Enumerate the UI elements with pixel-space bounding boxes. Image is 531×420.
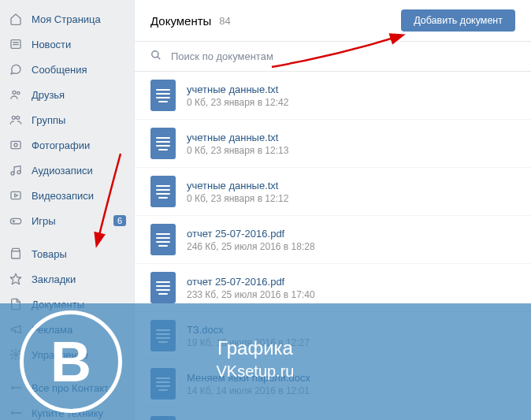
ads-icon — [8, 322, 24, 337]
sidebar-item-label: Закладки — [32, 273, 126, 285]
doc-count: 84 — [219, 15, 230, 27]
sidebar-item-label: Купите технику — [32, 407, 126, 419]
sidebar-item-link[interactable]: Все про Контакт — [0, 375, 134, 400]
market-icon — [8, 246, 24, 262]
sidebar-item-photos[interactable]: Фотографии — [0, 132, 134, 158]
sidebar-item-games[interactable]: Игры6 — [0, 208, 134, 233]
svg-point-8 — [14, 143, 17, 147]
groups-icon — [8, 112, 24, 128]
home-icon — [8, 11, 24, 27]
svg-rect-7 — [11, 141, 20, 148]
search-icon — [150, 50, 162, 63]
sidebar-item-ads[interactable]: Реклама — [0, 317, 134, 342]
sidebar-item-messages[interactable]: Сообщения — [0, 57, 134, 82]
document-name: учетные данные.txt — [187, 180, 515, 191]
svg-point-4 — [17, 91, 20, 94]
document-list: учетные данные.txt0 Кб, 23 января в 12:4… — [135, 72, 531, 420]
sidebar-item-label: Друзья — [32, 89, 126, 101]
document-meta: 0 Кб, 23 января в 12:42 — [187, 97, 515, 108]
sidebar-item-label: Аудиозаписи — [32, 165, 126, 177]
svg-point-9 — [11, 172, 14, 175]
svg-rect-16 — [12, 251, 20, 258]
svg-point-25 — [152, 51, 158, 58]
svg-line-26 — [158, 57, 161, 60]
docs-icon — [8, 296, 24, 312]
svg-point-18 — [14, 353, 17, 356]
document-meta: 19 Кб, 18 июля 2016 в 12:27 — [187, 337, 515, 348]
badge: 6 — [113, 215, 126, 226]
games-icon — [8, 213, 24, 229]
document-icon — [150, 368, 176, 400]
document-meta: 14 Кб, 14 июля 2016 в 12:01 — [187, 385, 515, 396]
document-meta: 246 Кб, 25 июля 2016 в 18:28 — [187, 241, 515, 252]
document-row[interactable]: Меняем явки пароли.docx14 Кб, 14 июля 20… — [135, 360, 531, 408]
svg-point-21 — [12, 412, 14, 414]
manage-icon — [8, 347, 24, 362]
photos-icon — [8, 137, 24, 153]
sidebar-item-audio[interactable]: Аудиозаписи — [0, 158, 134, 183]
document-row[interactable]: отчет 25-07-2016.pdf233 Кб, 25 июля 2016… — [135, 264, 531, 312]
sidebar-item-link[interactable]: Купите технику — [0, 400, 134, 420]
sidebar-item-label: Управление — [32, 349, 126, 361]
sidebar-item-bookmarks[interactable]: Закладки — [0, 266, 134, 292]
svg-rect-11 — [11, 191, 20, 199]
document-row[interactable]: учетные данные.txt0 Кб, 23 января в 12:1… — [135, 120, 531, 168]
svg-point-5 — [12, 116, 15, 119]
svg-marker-17 — [10, 273, 20, 284]
document-row[interactable]: Коммерческое предложение (тест).pdf — [135, 408, 531, 420]
document-name: отчет 25-07-2016.pdf — [187, 276, 515, 288]
sidebar-item-label: Все про Контакт — [32, 382, 126, 394]
add-document-button[interactable]: Добавить документ — [401, 9, 515, 32]
document-icon — [150, 128, 176, 159]
document-row[interactable]: отчет 25-07-2016.pdf246 Кб, 25 июля 2016… — [135, 216, 531, 264]
svg-marker-12 — [15, 194, 18, 197]
messages-icon — [8, 61, 24, 77]
video-icon — [8, 188, 24, 203]
document-meta: 0 Кб, 23 января в 12:12 — [187, 193, 515, 204]
main-panel: Документы 84 Добавить документ учетные д… — [134, 0, 531, 420]
sidebar-item-label: Реклама — [32, 324, 126, 336]
link-icon — [8, 405, 24, 420]
sidebar-item-label: Моя Страница — [32, 13, 126, 25]
document-icon — [150, 416, 176, 420]
sidebar-item-home[interactable]: Моя Страница — [0, 6, 134, 32]
sidebar-item-label: Товары — [32, 248, 126, 260]
document-name: учетные данные.txt — [187, 132, 515, 143]
document-icon — [150, 176, 176, 207]
search-bar — [135, 42, 531, 72]
document-icon — [150, 224, 176, 255]
document-row[interactable]: учетные данные.txt0 Кб, 23 января в 12:1… — [135, 168, 531, 216]
svg-point-3 — [13, 91, 16, 94]
sidebar-item-label: Сообщения — [32, 64, 126, 76]
svg-point-6 — [17, 116, 20, 119]
document-icon — [150, 80, 176, 111]
sidebar-item-label: Игры — [32, 215, 113, 227]
document-name: учетные данные.txt — [187, 84, 515, 95]
sidebar-item-label: Видеозаписи — [32, 190, 126, 202]
friends-icon — [8, 87, 24, 102]
sidebar-item-manage[interactable]: Управление — [0, 342, 134, 367]
document-name: отчет 25-07-2016.pdf — [187, 228, 515, 240]
link-icon — [8, 380, 24, 396]
svg-point-19 — [12, 387, 14, 389]
document-name: Меняем явки пароли.docx — [187, 372, 515, 384]
document-icon — [150, 272, 176, 303]
sidebar-item-friends[interactable]: Друзья — [0, 82, 134, 107]
sidebar-item-label: Новости — [32, 39, 126, 50]
document-row[interactable]: учетные данные.txt0 Кб, 23 января в 12:4… — [135, 72, 531, 120]
sidebar-item-label: Фотографии — [32, 139, 126, 151]
header: Документы 84 Добавить документ — [135, 0, 531, 42]
svg-rect-13 — [10, 218, 20, 224]
news-icon — [8, 36, 24, 52]
sidebar-item-market[interactable]: Товары — [0, 241, 134, 266]
search-input[interactable] — [171, 50, 515, 62]
document-name: ТЗ.docx — [187, 324, 515, 336]
page-title: Документы — [150, 14, 211, 28]
sidebar-item-groups[interactable]: Группы — [0, 107, 134, 132]
sidebar-item-docs[interactable]: Документы — [0, 292, 134, 317]
sidebar-item-video[interactable]: Видеозаписи — [0, 183, 134, 208]
sidebar-item-label: Группы — [32, 114, 126, 126]
audio-icon — [8, 162, 24, 178]
sidebar-item-news[interactable]: Новости — [0, 32, 134, 57]
document-row[interactable]: ТЗ.docx19 Кб, 18 июля 2016 в 12:27 — [135, 312, 531, 360]
